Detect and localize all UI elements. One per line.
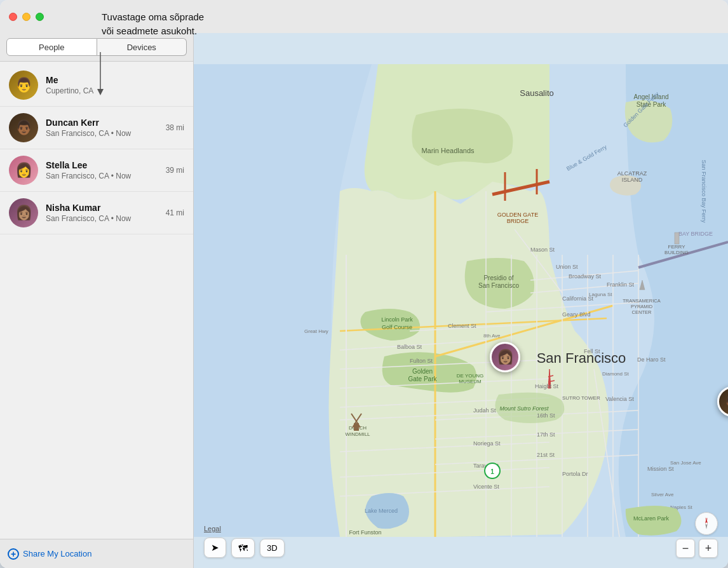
svg-text:Franklin St: Franklin St	[607, 281, 635, 288]
svg-text:Portola Dr: Portola Dr	[562, 471, 588, 477]
people-list: 👨MeCupertino, CA👨🏾Duncan KerrSan Francis…	[0, 62, 193, 539]
person-item-me[interactable]: 👨MeCupertino, CA	[0, 64, 193, 107]
svg-text:21st St: 21st St	[537, 452, 555, 458]
svg-text:Golf Course: Golf Course	[382, 324, 412, 330]
map-controls-bottom: ➤ 🗺 3D	[204, 538, 285, 558]
svg-text:DE YOUNG: DE YOUNG	[457, 373, 484, 379]
svg-text:Clement St: Clement St	[448, 323, 476, 329]
svg-text:SUTRO TOWER: SUTRO TOWER	[562, 395, 600, 401]
svg-text:San Francisco: San Francisco	[537, 350, 626, 366]
map-type-button[interactable]: 🗺	[231, 538, 255, 558]
person-name-duncan: Duncan Kerr	[46, 118, 161, 128]
svg-text:Presidio of: Presidio of	[483, 274, 513, 281]
svg-text:Lincoln Park: Lincoln Park	[381, 316, 413, 323]
person-location-stella: San Francisco, CA • Now	[46, 172, 161, 180]
svg-text:San Jose Ave: San Jose Ave	[670, 460, 701, 466]
svg-text:San Francisco Bay Ferry: San Francisco Bay Ferry	[701, 159, 707, 223]
zoom-out-button[interactable]: −	[676, 539, 695, 558]
svg-text:Laguna St: Laguna St	[589, 292, 612, 297]
plus-icon: +	[8, 548, 19, 560]
svg-text:Haight St: Haight St	[535, 383, 559, 389]
svg-text:Marin Headlands: Marin Headlands	[421, 147, 475, 154]
svg-text:PYRAMID: PYRAMID	[631, 304, 653, 309]
svg-text:BAY BRIDGE: BAY BRIDGE	[678, 231, 713, 237]
svg-text:McLaren Park: McLaren Park	[633, 515, 670, 522]
person-info-me: MeCupertino, CA	[46, 75, 184, 95]
main-content: People Devices 👨MeCupertino, CA👨🏾Duncan …	[0, 33, 728, 568]
svg-text:CENTER: CENTER	[632, 309, 652, 315]
person-item-stella[interactable]: 👩Stella LeeSan Francisco, CA • Now39 mi	[0, 149, 193, 192]
svg-text:San Francisco: San Francisco	[478, 282, 519, 289]
tab-people[interactable]: People	[6, 38, 97, 56]
tab-bar: People Devices	[0, 33, 193, 62]
person-name-nisha: Nisha Kumar	[46, 203, 161, 213]
svg-text:Valencia St: Valencia St	[605, 396, 634, 402]
location-button[interactable]: ➤	[204, 538, 226, 558]
svg-text:8th Ave: 8th Ave	[483, 333, 501, 339]
svg-text:Lake Merced: Lake Merced	[365, 508, 398, 514]
threed-label: 3D	[267, 543, 278, 553]
share-location-button[interactable]: + Share My Location	[8, 548, 91, 560]
svg-text:Mount Sutro Forest: Mount Sutro Forest	[499, 405, 549, 412]
svg-text:1: 1	[490, 468, 494, 475]
svg-text:Mason St: Mason St	[530, 247, 555, 253]
person-item-nisha[interactable]: 👩🏽Nisha KumarSan Francisco, CA • Now41 m…	[0, 192, 193, 234]
zoom-controls: − +	[676, 539, 718, 558]
maximize-button[interactable]	[36, 13, 44, 21]
share-location-label: Share My Location	[23, 549, 91, 558]
sidebar-bottom: + Share My Location	[0, 539, 193, 568]
legal-link[interactable]: Legal	[204, 525, 221, 532]
person-item-duncan[interactable]: 👨🏾Duncan KerrSan Francisco, CA • Now38 m…	[0, 107, 193, 149]
threed-button[interactable]: 3D	[260, 539, 285, 557]
titlebar	[0, 0, 728, 33]
svg-text:ISLAND: ISLAND	[622, 177, 643, 183]
avatar-duncan: 👨🏾	[9, 113, 38, 142]
zoom-in-button[interactable]: +	[699, 539, 718, 558]
map-container: Sausalito Angel Island State Park Marin …	[194, 33, 728, 568]
person-name-me: Me	[46, 75, 184, 85]
svg-text:De Haro St: De Haro St	[637, 356, 666, 363]
svg-text:Fell St: Fell St	[584, 348, 600, 355]
svg-text:TRANSAMERICA: TRANSAMERICA	[623, 298, 661, 304]
svg-text:Fort Funston: Fort Funston	[349, 529, 381, 536]
person-info-stella: Stella LeeSan Francisco, CA • Now	[46, 160, 161, 180]
compass-icon: N	[699, 516, 714, 531]
person-info-nisha: Nisha KumarSan Francisco, CA • Now	[46, 203, 161, 223]
map-pin-nisha[interactable]: 👩🏽	[490, 342, 520, 372]
person-distance-stella: 39 mi	[166, 166, 184, 175]
svg-text:Gate Park: Gate Park	[408, 375, 437, 382]
svg-text:16th St: 16th St	[537, 412, 555, 419]
tab-devices[interactable]: Devices	[97, 38, 187, 56]
sidebar: People Devices 👨MeCupertino, CA👨🏾Duncan …	[0, 33, 194, 568]
avatar-stella: 👩	[9, 156, 38, 185]
avatar-nisha: 👩🏽	[9, 198, 38, 227]
person-name-stella: Stella Lee	[46, 160, 161, 170]
map-icon: 🗺	[238, 543, 248, 553]
svg-text:ALCATRAZ: ALCATRAZ	[617, 170, 647, 177]
close-button[interactable]	[9, 13, 17, 21]
person-location-duncan: San Francisco, CA • Now	[46, 129, 161, 138]
person-info-duncan: Duncan KerrSan Francisco, CA • Now	[46, 118, 161, 138]
svg-text:Silver Ave: Silver Ave	[651, 492, 674, 497]
svg-text:Union St: Union St	[556, 264, 578, 270]
svg-text:WINDMILL: WINDMILL	[345, 431, 370, 437]
compass[interactable]: N	[695, 512, 718, 535]
svg-text:FERRY: FERRY	[668, 244, 686, 250]
map-svg: Sausalito Angel Island State Park Marin …	[194, 33, 728, 568]
svg-text:BRIDGE: BRIDGE	[507, 218, 529, 224]
person-location-me: Cupertino, CA	[46, 86, 184, 95]
svg-rect-102	[675, 233, 679, 244]
svg-marker-109	[705, 524, 708, 529]
svg-text:N: N	[705, 517, 708, 520]
svg-text:Mission St: Mission St	[647, 466, 674, 472]
svg-text:Noriega St: Noriega St	[473, 440, 501, 447]
person-distance-nisha: 41 mi	[166, 208, 184, 217]
svg-text:Diamond St: Diamond St	[602, 371, 630, 377]
svg-text:Golden: Golden	[412, 368, 433, 375]
traffic-lights	[9, 13, 44, 21]
svg-text:Broadway St: Broadway St	[569, 273, 602, 280]
svg-text:Sausalito: Sausalito	[520, 88, 553, 98]
minimize-button[interactable]	[22, 13, 30, 21]
app-window: Tuvastage oma sõprade või seadmete asuko…	[0, 0, 728, 568]
svg-text:GOLDEN GATE: GOLDEN GATE	[497, 212, 538, 218]
